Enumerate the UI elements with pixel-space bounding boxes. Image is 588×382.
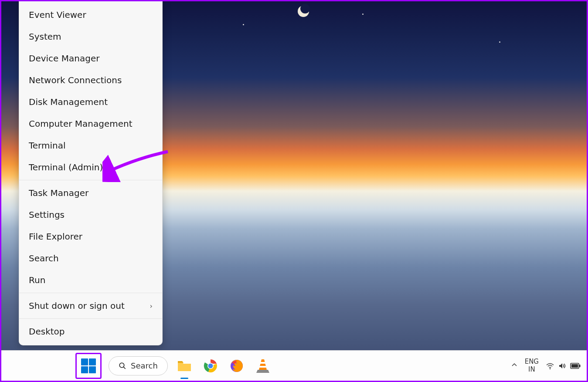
- svg-line-1: [123, 367, 126, 369]
- menu-item-label: Network Connections: [29, 75, 122, 85]
- svg-rect-6: [260, 362, 265, 364]
- menu-item-label: Terminal (Admin): [29, 162, 103, 172]
- svg-point-0: [119, 363, 124, 368]
- chrome-icon: [203, 358, 218, 373]
- svg-point-8: [550, 368, 551, 369]
- menu-item-disk-management[interactable]: Disk Management: [19, 91, 162, 113]
- language-region: IN: [525, 366, 539, 373]
- menu-item-event-viewer[interactable]: Event Viewer: [19, 4, 162, 26]
- menu-item-label: Computer Management: [29, 118, 133, 129]
- start-context-menu: Event Viewer System Device Manager Netwo…: [19, 1, 163, 345]
- folder-icon: [177, 359, 192, 372]
- chevron-right-icon: ›: [150, 302, 153, 310]
- menu-item-label: Desktop: [29, 326, 65, 337]
- search-icon: [119, 362, 126, 370]
- menu-item-label: Disk Management: [29, 97, 108, 107]
- menu-item-label: System: [29, 31, 61, 42]
- menu-item-label: File Explorer: [29, 231, 82, 242]
- app-running-indicator: [180, 378, 188, 379]
- svg-point-4: [208, 363, 213, 368]
- svg-rect-7: [259, 366, 266, 368]
- menu-item-search[interactable]: Search: [19, 247, 162, 269]
- menu-item-network-connections[interactable]: Network Connections: [19, 69, 162, 91]
- menu-item-shut-down[interactable]: Shut down or sign out ›: [19, 295, 162, 317]
- menu-item-settings[interactable]: Settings: [19, 204, 162, 226]
- star-graphic: [499, 41, 500, 43]
- moon-graphic: [298, 6, 309, 17]
- menu-separator: [19, 180, 162, 180]
- volume-icon: [558, 362, 567, 370]
- taskbar-app-vlc[interactable]: [253, 356, 272, 375]
- tray-status-icons[interactable]: [546, 362, 581, 370]
- menu-item-label: Event Viewer: [29, 10, 86, 20]
- search-label: Search: [131, 361, 158, 370]
- menu-item-device-manager[interactable]: Device Manager: [19, 47, 162, 69]
- taskbar: Search ENG IN: [1, 350, 587, 381]
- vlc-icon: [256, 358, 269, 373]
- menu-item-label: Terminal: [29, 140, 66, 151]
- svg-rect-10: [571, 364, 578, 368]
- taskbar-center: Search: [75, 353, 272, 379]
- menu-item-computer-management[interactable]: Computer Management: [19, 113, 162, 135]
- taskbar-app-chrome[interactable]: [201, 356, 220, 375]
- menu-item-file-explorer[interactable]: File Explorer: [19, 226, 162, 247]
- language-code: ENG: [525, 358, 539, 365]
- menu-item-system[interactable]: System: [19, 26, 162, 47]
- taskbar-app-file-explorer[interactable]: [175, 356, 194, 375]
- taskbar-app-firefox[interactable]: [227, 356, 246, 375]
- language-indicator[interactable]: ENG IN: [525, 358, 539, 373]
- menu-item-terminal[interactable]: Terminal: [19, 135, 162, 156]
- menu-item-desktop[interactable]: Desktop: [19, 321, 162, 342]
- firefox-icon: [229, 358, 244, 373]
- tray-overflow-button[interactable]: [511, 362, 518, 370]
- menu-item-label: Search: [29, 253, 59, 264]
- star-graphic: [362, 14, 364, 15]
- system-tray: ENG IN: [511, 358, 581, 373]
- menu-item-label: Shut down or sign out: [29, 301, 125, 311]
- wifi-icon: [546, 362, 554, 370]
- svg-rect-11: [579, 365, 581, 367]
- menu-item-label: Device Manager: [29, 53, 99, 64]
- search-button[interactable]: Search: [109, 356, 168, 375]
- menu-item-run[interactable]: Run: [19, 269, 162, 291]
- menu-separator: [19, 293, 162, 293]
- menu-item-label: Run: [29, 275, 45, 285]
- menu-separator: [19, 318, 162, 319]
- star-graphic: [243, 24, 244, 25]
- chevron-up-icon: [511, 362, 518, 368]
- menu-item-label: Task Manager: [29, 188, 88, 198]
- battery-icon: [570, 362, 581, 369]
- menu-item-task-manager[interactable]: Task Manager: [19, 182, 162, 204]
- menu-item-terminal-admin[interactable]: Terminal (Admin): [19, 156, 162, 178]
- start-button[interactable]: [75, 353, 102, 379]
- menu-item-label: Settings: [29, 210, 65, 220]
- windows-logo-icon: [81, 358, 96, 373]
